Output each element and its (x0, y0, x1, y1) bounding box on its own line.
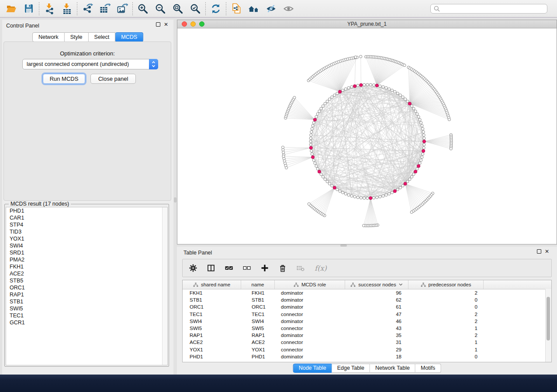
mcds-result-item[interactable]: YOX1 (6, 235, 167, 242)
mcds-result-item[interactable]: CAR1 (6, 214, 167, 221)
float-panel-icon[interactable] (537, 249, 541, 254)
table-row[interactable]: RAP1RAP1dominator352 (183, 332, 551, 339)
table-row[interactable]: ACE2ACE2connector311 (183, 339, 551, 346)
tab-network[interactable]: Network (32, 32, 65, 42)
toolbar-separator (39, 2, 39, 15)
export-image-button[interactable] (114, 1, 131, 16)
zoom-selected-button[interactable] (187, 1, 204, 16)
deselect-all-rows-button[interactable] (242, 263, 252, 273)
mcds-result-item[interactable]: PHD1 (6, 207, 167, 214)
float-panel-icon[interactable] (156, 22, 160, 27)
mcds-result-item[interactable]: TEC1 (6, 312, 167, 319)
mcds-result-item[interactable]: RAP1 (6, 291, 167, 298)
import-table-button[interactable] (58, 1, 76, 16)
mcds-list-scrollbar[interactable] (162, 207, 167, 365)
add-column-icon (260, 264, 269, 272)
duplicate-network-icon (231, 3, 242, 14)
node-table[interactable]: shared namenameMCDS rolesuccessor nodesp… (182, 280, 552, 362)
zoom-in-button[interactable] (134, 1, 152, 16)
tab-style[interactable]: Style (65, 32, 89, 42)
close-panel-button[interactable]: Close panel (90, 74, 136, 84)
table-row[interactable]: FKH1FKH1dominator962 (183, 289, 551, 296)
table-row[interactable]: TEC1TEC1connector472 (183, 311, 551, 318)
table-header-row: shared namenameMCDS rolesuccessor nodesp… (183, 280, 551, 289)
table-row[interactable]: ORC1ORC1dominator610 (183, 303, 551, 310)
run-mcds-button[interactable]: Run MCDS (43, 74, 85, 84)
delete-column-button[interactable] (277, 263, 288, 273)
minimize-window-icon[interactable] (190, 21, 196, 27)
column-header-name[interactable]: name (241, 280, 275, 289)
cell-name: PHD1 (241, 353, 275, 360)
cell-MCDS-role: dominator (275, 303, 345, 310)
mcds-result-item[interactable]: TID3 (6, 228, 167, 235)
search-icon (433, 5, 440, 12)
mcds-result-list[interactable]: PHD1CAR1STP4TID3YOX1SWI4SRD1PMA2FKH1ACE2… (6, 207, 168, 365)
column-header-MCDS-role[interactable]: MCDS role (275, 280, 345, 289)
shared-column-icon (421, 282, 426, 287)
table-row[interactable]: SWI5SWI5connector431 (183, 325, 551, 332)
table-row[interactable]: YOX1YOX1connector291 (183, 346, 551, 353)
hide-selected-icon (266, 3, 277, 14)
column-header-predecessor-nodes[interactable]: predecessor nodes (408, 280, 484, 289)
table-panel-tabs: Node TableEdge TableNetwork TableMotifs (293, 364, 441, 373)
export-table-button[interactable] (96, 1, 114, 16)
mcds-result-item[interactable]: GCR1 (6, 319, 167, 326)
tab-motifs[interactable]: Motifs (415, 364, 441, 373)
vertical-splitter[interactable] (174, 197, 176, 203)
search-box[interactable] (430, 4, 547, 14)
add-column-button[interactable] (259, 263, 270, 273)
mcds-result-item[interactable]: ACE2 (6, 270, 167, 277)
zoom-in-icon (137, 3, 149, 14)
mcds-result-item[interactable]: STB1 (6, 298, 167, 305)
export-network-icon (82, 3, 93, 14)
table-row[interactable]: SWI4SWI4dominator462 (183, 318, 551, 325)
optimization-criterion-select[interactable]: largest connected component (undirected) (22, 59, 158, 69)
save-button[interactable] (20, 1, 38, 16)
search-input[interactable] (442, 5, 547, 12)
settings-gear-button[interactable] (188, 263, 198, 273)
hide-selected-button[interactable] (263, 1, 280, 16)
table-row[interactable]: PHD1PHD1dominator180 (183, 353, 551, 360)
show-all-button[interactable] (280, 1, 298, 16)
select-stepper-icon (149, 59, 158, 69)
network-window-titlebar[interactable]: YPA_prune.txt_1 (177, 20, 557, 28)
table-scrollbar-thumb[interactable] (547, 297, 550, 340)
import-network-button[interactable] (41, 1, 58, 16)
refresh-button[interactable] (207, 1, 225, 16)
column-header-shared-name[interactable]: shared name (183, 280, 241, 289)
mcds-result-item[interactable]: STP4 (6, 221, 167, 228)
column-layout-button[interactable] (206, 263, 216, 273)
close-panel-icon[interactable]: ✕ (545, 249, 549, 254)
close-panel-icon[interactable]: ✕ (164, 22, 168, 27)
zoom-fit-button[interactable] (169, 1, 187, 16)
select-all-rows-button[interactable] (224, 263, 234, 273)
tab-mcds[interactable]: MCDS (115, 32, 143, 42)
table-scrollbar[interactable] (545, 289, 551, 362)
tab-network-table[interactable]: Network Table (370, 364, 415, 373)
duplicate-network-button[interactable] (228, 1, 245, 16)
mcds-result-item[interactable]: SWI5 (6, 305, 167, 312)
maximize-window-icon[interactable] (199, 21, 204, 27)
zoom-out-button[interactable] (152, 1, 169, 16)
mcds-result-item[interactable]: PMA2 (6, 256, 167, 263)
open-file-button[interactable] (3, 1, 20, 16)
delete-table-disabled-button (295, 263, 306, 273)
mcds-result-item[interactable]: SWI4 (6, 242, 167, 249)
cell-predecessor-nodes: 0 (408, 296, 484, 303)
cell-successor-nodes: 35 (345, 332, 408, 339)
close-window-icon[interactable] (182, 21, 187, 27)
mcds-result-item[interactable]: STB5 (6, 277, 167, 284)
column-header-successor-nodes[interactable]: successor nodes (345, 280, 408, 289)
first-neighbors-button[interactable] (245, 1, 263, 16)
export-network-button[interactable] (79, 1, 96, 16)
tab-select[interactable]: Select (89, 32, 116, 42)
tab-edge-table[interactable]: Edge Table (332, 364, 370, 373)
export-table-icon (99, 3, 111, 14)
network-canvas[interactable] (177, 28, 557, 244)
mcds-result-item[interactable]: FKH1 (6, 263, 167, 270)
tab-node-table[interactable]: Node Table (293, 364, 332, 373)
mcds-result-item[interactable]: ORC1 (6, 284, 167, 291)
cell-shared-name: STB1 (183, 296, 241, 303)
table-row[interactable]: STB1STB1dominator620 (183, 296, 551, 303)
mcds-result-item[interactable]: SRD1 (6, 249, 167, 256)
